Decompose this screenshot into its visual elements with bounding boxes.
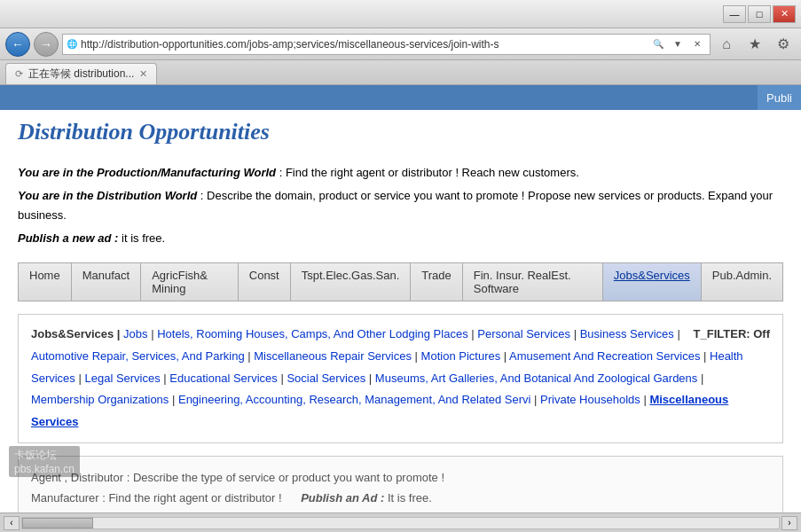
desc-manufacturer: Manufacturer : Find the right agent or d…: [31, 491, 282, 505]
link-separator: |: [468, 327, 478, 340]
link-private-households[interactable]: Private Households: [540, 393, 640, 406]
link-separator: |: [570, 327, 580, 340]
link-membership-organizations[interactable]: Membership Organizations: [31, 393, 169, 406]
intro3-rest: it is free.: [122, 231, 165, 245]
link-business-services[interactable]: Business Services: [580, 327, 674, 340]
link-separator: |: [278, 372, 287, 385]
link-hotels--rooming-houses--camps-[interactable]: Hotels, Rooming Houses, Camps, And Other…: [157, 327, 467, 340]
tab-close-button[interactable]: ✕: [139, 68, 147, 80]
site-topbar: Publi: [0, 85, 801, 110]
link-amusement-and-recreation-servi[interactable]: Amusement And Recreation Services: [509, 349, 700, 363]
intro-text: You are in the Production/Manufacturing …: [18, 163, 783, 248]
active-tab[interactable]: ⟳ 正在等候 distribution... ✕: [5, 63, 157, 84]
loading-icon: ⟳: [15, 68, 23, 80]
home-button[interactable]: ⌂: [714, 32, 739, 57]
desc-line-1: Agent , Distributor : Describe the type …: [31, 467, 770, 488]
link-educational-services[interactable]: Educational Services: [169, 372, 277, 385]
scroll-thumb[interactable]: [22, 518, 93, 528]
close-button[interactable]: ✕: [773, 5, 796, 23]
nav-tab-jobs-services[interactable]: Jobs&Services: [603, 263, 702, 301]
nav-tab-pub-admin-[interactable]: Pub.Admin.: [702, 263, 782, 301]
back-button[interactable]: ←: [5, 32, 30, 57]
link-engineering--accounting--resea[interactable]: Engineering, Accounting, Research, Manag…: [178, 393, 530, 406]
intro1-rest: : Find the right agent or distributor ! …: [276, 166, 579, 179]
link-separator: |: [412, 349, 421, 363]
search-button[interactable]: 🔍: [649, 36, 667, 52]
link-separator: |: [640, 393, 650, 406]
nav-tab-tspt-elec-gas-san-[interactable]: Tspt.Elec.Gas.San.: [291, 263, 412, 301]
link-miscellaneous-repair-services[interactable]: Miscellaneous Repair Services: [254, 349, 412, 363]
address-actions: 🔍 ▼ ✕: [649, 36, 706, 52]
favorites-button[interactable]: ★: [742, 32, 767, 57]
intro3-publish: Publish a new ad :: [18, 231, 118, 245]
link-personal-services[interactable]: Personal Services: [477, 327, 570, 340]
nav-tab-agricfish--mining[interactable]: AgricFish& Mining: [141, 263, 239, 301]
link-legal-services[interactable]: Legal Services: [84, 372, 160, 385]
link-separator: |: [75, 372, 85, 385]
link-separator: |: [365, 372, 375, 385]
address-bar[interactable]: [81, 38, 646, 51]
tab-bar: ⟳ 正在等候 distribution... ✕: [0, 60, 801, 85]
scroll-track[interactable]: [21, 517, 780, 529]
nav-tabs: HomeManufactAgricFish& MiningConstTspt.E…: [18, 262, 783, 301]
browser-toolbar: ← → 🌐 🔍 ▼ ✕ ⌂ ★ ⚙: [0, 28, 801, 60]
scroll-left-button[interactable]: ‹: [4, 516, 20, 530]
link-separator: |: [169, 393, 178, 406]
horizontal-scrollbar: ‹ ›: [0, 512, 801, 532]
browser-window: — □ ✕ ← → 🌐 🔍 ▼ ✕ ⌂ ★ ⚙ ⟳ 正在等候 distribut…: [0, 0, 801, 532]
scroll-right-button[interactable]: ›: [781, 516, 797, 530]
section-title: Jobs&Services |: [31, 327, 123, 340]
links-section: T_FILTER: OffJobs&Services | Jobs | Hote…: [18, 314, 783, 442]
intro1-bold: You are in the Production/Manufacturing …: [18, 166, 276, 179]
link-separator: |: [697, 372, 703, 385]
intro-line-3: Publish a new ad : it is free.: [18, 229, 783, 248]
link-automotive-repair--services--a[interactable]: Automotive Repair, Services, And Parking: [31, 349, 245, 363]
nav-tab-const[interactable]: Const: [239, 263, 291, 301]
desc-publish-label: Publish an Ad :: [301, 491, 384, 505]
link-separator: |: [245, 349, 255, 363]
link-separator: |: [674, 327, 680, 340]
refresh-button[interactable]: ✕: [688, 36, 706, 52]
dropdown-button[interactable]: ▼: [669, 36, 687, 52]
link-separator: |: [700, 349, 710, 363]
favicon-icon: 🌐: [67, 39, 77, 49]
intro-line-2: You are in the Distribution World : Desc…: [18, 186, 783, 225]
site-body: Distribution Opportunities You are in th…: [0, 110, 801, 512]
nav-tab-manufact[interactable]: Manufact: [72, 263, 141, 301]
nav-tab-trade[interactable]: Trade: [411, 263, 462, 301]
tab-label: 正在等候 distribution...: [28, 66, 134, 82]
desc-publish-rest: It is free.: [388, 491, 432, 505]
toolbar-right: ⌂ ★ ⚙: [714, 32, 796, 57]
page-area: Publi Distribution Opportunities You are…: [0, 85, 801, 512]
page-content: Publi Distribution Opportunities You are…: [0, 85, 801, 512]
site-title: Distribution Opportunities: [18, 119, 783, 145]
window-buttons: — □ ✕: [723, 5, 796, 23]
watermark: 卡饭论坛pbs.kafan.cn: [9, 446, 80, 477]
intro2-bold: You are in the Distribution World: [18, 189, 197, 202]
maximize-button[interactable]: □: [748, 5, 771, 23]
link-motion-pictures[interactable]: Motion Pictures: [421, 349, 501, 363]
address-bar-container: 🌐 🔍 ▼ ✕: [62, 34, 711, 55]
nav-tab-home[interactable]: Home: [19, 263, 72, 301]
t-filter-label: T_FILTER: Off: [694, 324, 770, 346]
link-museums--art-galleries--and-bo[interactable]: Museums, Art Galleries, And Botanical An…: [375, 372, 697, 385]
publi-button[interactable]: Publi: [758, 85, 801, 110]
link-separator: |: [500, 349, 509, 363]
intro-line-1: You are in the Production/Manufacturing …: [18, 163, 783, 183]
nav-tab-fin--insur--realest--software[interactable]: Fin. Insur. RealEst. Software: [463, 263, 603, 301]
link-separator: |: [148, 327, 158, 340]
desc-section: Agent , Distributor : Describe the type …: [18, 456, 783, 512]
link-jobs[interactable]: Jobs: [123, 327, 147, 340]
title-bar: — □ ✕: [0, 0, 801, 28]
desc-line-2: Manufacturer : Find the right agent or d…: [31, 488, 770, 508]
link-separator: |: [530, 393, 540, 406]
minimize-button[interactable]: —: [723, 5, 746, 23]
link-separator: |: [161, 372, 170, 385]
settings-button[interactable]: ⚙: [771, 32, 796, 57]
link-social-services[interactable]: Social Services: [287, 372, 365, 385]
forward-button[interactable]: →: [34, 32, 59, 57]
